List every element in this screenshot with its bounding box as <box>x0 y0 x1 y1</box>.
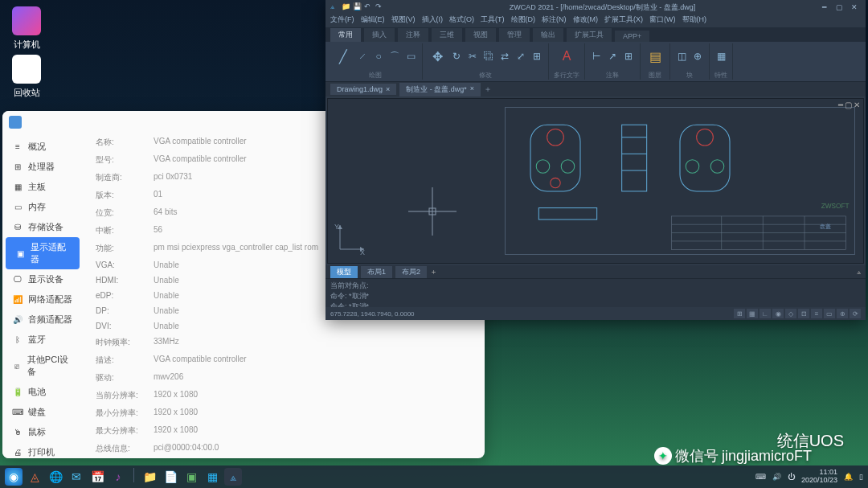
new-tab-button[interactable]: ＋ <box>484 84 492 95</box>
sidebar-item-9[interactable]: ᛒ蓝牙 <box>2 330 83 350</box>
ortho-toggle-icon[interactable]: ∟ <box>760 309 771 318</box>
move-tool-icon[interactable]: ✥ <box>428 47 447 66</box>
text-tool-icon[interactable]: A <box>557 47 576 66</box>
ribbon-tab[interactable]: 管理 <box>499 28 530 42</box>
text-app-icon[interactable]: 📄 <box>162 468 179 486</box>
desktop-computer-icon[interactable]: 计算机 <box>12 6 41 51</box>
calendar-icon[interactable]: 📅 <box>88 468 106 486</box>
sidebar-item-8[interactable]: 🔊音频适配器 <box>2 310 83 330</box>
layout-tab[interactable]: 布局1 <box>361 266 392 278</box>
launcher-icon[interactable]: ◉ <box>5 468 23 486</box>
copy-tool-icon[interactable]: ⿻ <box>482 50 495 63</box>
sidebar-item-1[interactable]: ⊞处理器 <box>2 157 83 177</box>
menu-item[interactable]: 扩展工具(X) <box>604 14 643 27</box>
leader-tool-icon[interactable]: ↗ <box>606 50 619 63</box>
menu-item[interactable]: 窗口(W) <box>649 14 676 27</box>
doc-minimize-button[interactable]: ━ <box>838 100 843 109</box>
table-tool-icon[interactable]: ⊞ <box>622 50 635 63</box>
sidebar-item-4[interactable]: ⛁存储设备 <box>2 217 83 237</box>
ribbon-tab[interactable]: 常用 <box>330 28 361 42</box>
menu-item[interactable]: 工具(T) <box>481 14 505 27</box>
ribbon-tab[interactable]: 注释 <box>398 28 428 42</box>
sidebar-item-11[interactable]: 🔋电池 <box>2 382 83 402</box>
open-icon[interactable]: 📁 <box>342 2 351 12</box>
menu-item[interactable]: 视图(V) <box>391 14 416 27</box>
trim-tool-icon[interactable]: ✂ <box>466 50 479 63</box>
ribbon-tab[interactable]: APP+ <box>615 31 649 42</box>
sidebar-item-2[interactable]: ▦主板 <box>2 177 83 197</box>
snap-toggle-icon[interactable]: ⊞ <box>734 309 745 318</box>
ribbon-tab[interactable]: 插入 <box>364 28 395 42</box>
sidebar-item-14[interactable]: 🖨打印机 <box>2 442 83 458</box>
music-icon[interactable]: ♪ <box>109 468 127 486</box>
tray-volume-icon[interactable]: 🔊 <box>772 473 781 481</box>
close-button[interactable]: ✕ <box>848 3 861 11</box>
cad-titlebar[interactable]: ⟁ 📁 💾 ↶ ↷ ZWCAD 2021 - [/home/zwcad/Desk… <box>326 0 866 14</box>
show-desktop-button[interactable]: ▯ <box>859 473 863 481</box>
block-tool-icon[interactable]: ◫ <box>675 50 688 63</box>
ribbon-tab[interactable]: 输出 <box>533 28 563 42</box>
desktop-recycle-icon[interactable]: 🗑 回收站 <box>12 55 41 99</box>
otrack-toggle-icon[interactable]: ⊡ <box>798 309 809 318</box>
ribbon-tab[interactable]: 三维 <box>432 28 462 42</box>
layout-tab[interactable]: 模型 <box>330 266 358 278</box>
sidebar-item-7[interactable]: 📶网络适配器 <box>2 289 83 310</box>
menu-item[interactable]: 格式(O) <box>449 14 474 27</box>
close-icon[interactable]: × <box>386 85 390 93</box>
doc-maximize-button[interactable]: ▢ <box>845 100 852 109</box>
osnap-toggle-icon[interactable]: ◇ <box>785 309 796 318</box>
polar-toggle-icon[interactable]: ◉ <box>772 309 784 318</box>
menu-item[interactable]: 帮助(H) <box>682 14 707 27</box>
menu-item[interactable]: 绘图(D) <box>511 14 536 27</box>
sidebar-item-13[interactable]: 🖱鼠标 <box>2 422 83 442</box>
browser-icon[interactable]: 🌐 <box>47 468 64 486</box>
sidebar-item-6[interactable]: 🖵显示设备 <box>2 269 83 289</box>
undo-icon[interactable]: ↶ <box>364 2 374 12</box>
rect-tool-icon[interactable]: ▭ <box>404 50 417 63</box>
settings-app-icon[interactable]: ▦ <box>203 468 221 486</box>
circle-tool-icon[interactable]: ○ <box>372 50 385 63</box>
sidebar-item-0[interactable]: ≡概况 <box>2 137 83 157</box>
terminal-app-icon[interactable]: ▣ <box>182 468 200 486</box>
rotate-tool-icon[interactable]: ↻ <box>450 50 463 63</box>
lweight-toggle-icon[interactable]: ≡ <box>811 309 822 318</box>
status-extra-icon[interactable]: ⟳ <box>850 309 861 318</box>
minimize-button[interactable]: ━ <box>818 3 831 11</box>
polyline-tool-icon[interactable]: ⟋ <box>356 50 369 63</box>
command-panel[interactable]: 当前对角点: 命令: *取消* 命令: *取消* 命令: <box>326 278 866 307</box>
menu-item[interactable]: 修改(M) <box>573 14 599 27</box>
sidebar-item-10[interactable]: ⎚其他PCI设备 <box>2 350 83 382</box>
sidebar-item-5[interactable]: ▣显示适配器 <box>6 237 80 269</box>
app-store-icon[interactable]: ◬ <box>26 468 43 486</box>
tray-keyboard-icon[interactable]: ⌨ <box>755 473 766 481</box>
tray-notification-icon[interactable]: 🔔 <box>844 473 853 481</box>
document-tab[interactable]: Drawing1.dwg× <box>330 84 396 95</box>
model-toggle-icon[interactable]: ▭ <box>824 309 835 318</box>
menu-item[interactable]: 编辑(E) <box>361 14 385 27</box>
mail-icon[interactable]: ✉ <box>68 468 85 486</box>
files-app-icon[interactable]: 📁 <box>141 468 158 486</box>
sidebar-item-3[interactable]: ▭内存 <box>2 197 83 217</box>
doc-close-button[interactable]: ✕ <box>854 100 860 109</box>
dim-tool-icon[interactable]: ⊢ <box>590 50 603 63</box>
line-tool-icon[interactable]: ╱ <box>334 47 353 66</box>
sidebar-item-12[interactable]: ⌨键盘 <box>2 402 83 422</box>
arc-tool-icon[interactable]: ⌒ <box>388 50 401 63</box>
redo-icon[interactable]: ↷ <box>375 2 385 12</box>
ribbon-tab[interactable]: 视图 <box>465 28 496 42</box>
array-tool-icon[interactable]: ⊞ <box>530 50 543 63</box>
menu-item[interactable]: 标注(N) <box>542 14 567 27</box>
mirror-tool-icon[interactable]: ⇄ <box>498 50 511 63</box>
layer-tool-icon[interactable]: ▤ <box>645 47 665 66</box>
tray-network-icon[interactable]: ⏻ <box>788 473 795 481</box>
zwcad-taskbar-icon[interactable]: ⟁ <box>224 468 242 486</box>
layout-tab[interactable]: 布局2 <box>395 266 427 278</box>
ribbon-tab[interactable]: 扩展工具 <box>567 28 612 42</box>
menu-item[interactable]: 插入(I) <box>422 14 444 27</box>
grid-toggle-icon[interactable]: ▦ <box>747 309 758 318</box>
close-icon[interactable]: × <box>470 84 474 95</box>
taskbar-clock[interactable]: 11:01 2020/10/23 <box>801 469 837 485</box>
cad-canvas[interactable]: Y X <box>327 98 864 264</box>
status-extra-icon[interactable]: ⊕ <box>837 309 848 318</box>
menu-item[interactable]: 文件(F) <box>330 14 354 27</box>
